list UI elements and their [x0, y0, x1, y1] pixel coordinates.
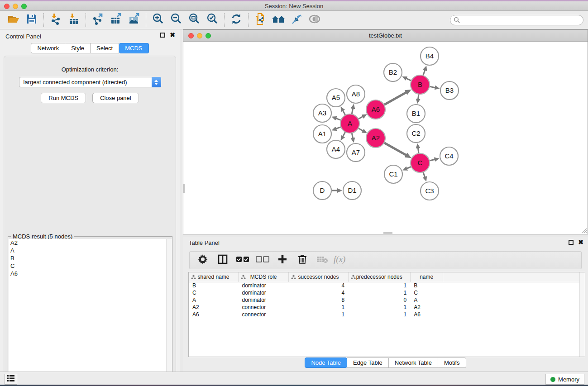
node-A3[interactable]: A3 [313, 104, 331, 122]
table-cell[interactable]: 1 [348, 282, 410, 289]
zoom-in-button[interactable] [149, 13, 167, 27]
task-history-button[interactable] [5, 374, 17, 385]
search-input[interactable] [450, 15, 583, 25]
export-table-button[interactable] [107, 13, 125, 27]
column-header-name[interactable]: name [410, 272, 443, 282]
node-B[interactable]: B [411, 75, 430, 94]
home-button[interactable] [269, 13, 287, 27]
table-cell[interactable]: A [189, 296, 239, 304]
table-cell[interactable]: dominator [239, 282, 289, 289]
memory-button[interactable]: Memory [545, 374, 584, 385]
table-cell[interactable]: 1 [348, 311, 410, 318]
network-horizontal-scrollbar[interactable] [383, 232, 392, 234]
close-panel-icon[interactable]: ✖ [170, 33, 175, 38]
table-cell[interactable]: 1 [348, 289, 410, 296]
edge-A-A8[interactable] [352, 108, 353, 114]
node-A5[interactable]: A5 [327, 89, 345, 107]
node-B1[interactable]: B1 [407, 105, 425, 123]
table-cell[interactable]: A2 [189, 304, 239, 311]
zoom-fit-button[interactable] [185, 13, 203, 27]
table-row[interactable]: Adominator80A [189, 296, 585, 304]
resize-grip-icon[interactable] [581, 228, 587, 234]
node-C4[interactable]: C4 [440, 147, 458, 165]
zoom-out-button[interactable] [167, 13, 185, 27]
table-close-icon[interactable]: ✖ [578, 240, 583, 245]
table-row[interactable]: Cdominator41C [189, 289, 585, 296]
tab-edge-table[interactable]: Edge Table [347, 357, 389, 368]
node-A2[interactable]: A2 [366, 129, 385, 148]
close-panel-button[interactable]: Close panel [92, 93, 139, 103]
table-row[interactable]: A2connector11A2 [189, 304, 585, 311]
table-cell[interactable]: 4 [289, 282, 348, 289]
mcds-result-item[interactable]: C [9, 262, 172, 270]
table-cell[interactable]: connector [239, 311, 289, 318]
select-all-button[interactable] [236, 253, 249, 267]
table-cell[interactable]: 0 [348, 296, 410, 304]
node-A7[interactable]: A7 [347, 143, 365, 162]
edge-C-C2[interactable] [418, 148, 419, 154]
edge-A-A3[interactable] [336, 118, 341, 120]
table-row[interactable]: Bdominator41B [189, 282, 585, 289]
close-window-button[interactable] [4, 4, 10, 9]
node-D1[interactable]: D1 [343, 181, 361, 200]
edge-A-A4[interactable] [343, 132, 345, 137]
table-cell[interactable]: B [189, 282, 239, 289]
table-scrollbar[interactable] [579, 272, 585, 357]
zoom-selected-button[interactable] [203, 13, 221, 27]
table-row[interactable]: A6connector11A6 [189, 311, 585, 318]
node-A1[interactable]: A1 [313, 125, 331, 143]
mcds-result-item[interactable]: A [9, 247, 172, 254]
edge-A6-B[interactable] [384, 92, 406, 105]
node-A6[interactable]: A6 [366, 100, 385, 119]
node-C3[interactable]: C3 [421, 182, 439, 200]
table-cell[interactable]: A2 [410, 304, 443, 311]
criterion-dropdown[interactable]: largest connected component (directed) [19, 77, 161, 87]
edge-A-A7[interactable] [352, 133, 353, 138]
network-vertical-scrollbar[interactable] [183, 184, 185, 193]
show-details-button[interactable] [306, 13, 324, 27]
function-builder-button[interactable]: f(x) [335, 253, 349, 267]
import-network-button[interactable] [47, 13, 65, 27]
delete-table-button[interactable] [316, 253, 329, 267]
tab-motifs[interactable]: Motifs [438, 357, 466, 368]
export-network-button[interactable] [89, 13, 107, 27]
clone-network-button[interactable] [251, 13, 269, 27]
mcds-result-item[interactable]: B [9, 254, 172, 262]
node-B2[interactable]: B2 [384, 63, 402, 81]
tab-network[interactable]: Network [31, 43, 65, 53]
export-image-button[interactable] [125, 13, 143, 27]
tab-select[interactable]: Select [91, 43, 119, 53]
network-minimize-button[interactable] [197, 33, 202, 38]
column-visibility-button[interactable] [216, 253, 229, 267]
open-file-button[interactable] [5, 13, 23, 27]
table-cell[interactable]: dominator [239, 289, 289, 296]
edge-A-A5[interactable] [343, 110, 345, 115]
table-cell[interactable]: A6 [189, 311, 239, 318]
mcds-result-item[interactable]: A6 [9, 270, 172, 277]
tab-style[interactable]: Style [65, 43, 91, 53]
table-cell[interactable]: 1 [289, 311, 348, 318]
table-cell[interactable]: B [410, 282, 443, 289]
result-scrollbar[interactable] [166, 239, 172, 386]
table-cell[interactable]: dominator [239, 296, 289, 304]
edge-B-B1[interactable] [418, 94, 419, 100]
deselect-all-button[interactable] [256, 253, 269, 267]
tab-node-table[interactable]: Node Table [305, 357, 347, 368]
import-table-button[interactable] [65, 13, 83, 27]
node-C2[interactable]: C2 [407, 124, 425, 143]
edge-B-B4[interactable] [423, 70, 425, 76]
run-mcds-button[interactable]: Run MCDS [41, 93, 86, 103]
node-A4[interactable]: A4 [327, 140, 345, 158]
edge-B-B2[interactable] [406, 78, 411, 81]
add-row-button[interactable] [276, 253, 289, 267]
float-panel-icon[interactable] [160, 33, 165, 38]
edge-C-C4[interactable] [429, 159, 435, 161]
edge-B-B3[interactable] [430, 86, 435, 88]
edge-A-A1[interactable] [336, 127, 341, 129]
table-settings-button[interactable] [196, 253, 210, 267]
save-session-button[interactable] [23, 13, 41, 27]
edge-C-C3[interactable] [423, 172, 425, 177]
node-D[interactable]: D [313, 181, 331, 200]
refresh-button[interactable] [227, 13, 245, 27]
maximize-window-button[interactable] [21, 4, 27, 9]
